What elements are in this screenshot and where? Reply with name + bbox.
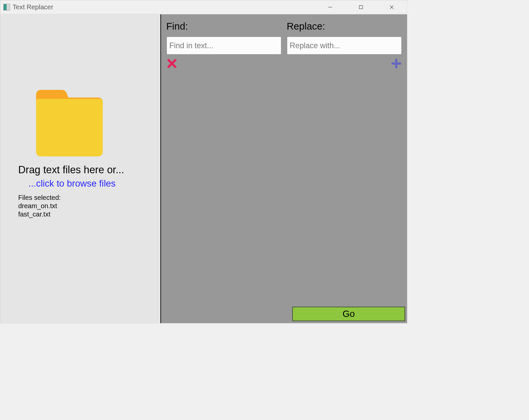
minimize-button[interactable] [315, 0, 345, 14]
replace-column-label: Replace: [287, 21, 402, 32]
add-row-icon[interactable] [391, 58, 402, 71]
replace-input[interactable] [287, 36, 402, 55]
files-selected-header: Files selected: [18, 194, 160, 202]
remove-row-icon[interactable] [167, 58, 177, 71]
selected-file: fast_car.txt [18, 210, 160, 218]
drag-files-label: Drag text files here or... [18, 164, 160, 176]
folder-icon [34, 87, 105, 157]
content-area: Drag text files here or... ...click to b… [0, 14, 407, 323]
find-input[interactable] [166, 36, 282, 55]
selected-file: dream_on.txt [18, 202, 160, 210]
svg-rect-1 [359, 6, 363, 9]
close-icon [389, 4, 395, 10]
replace-panel: Find: Replace: Go [161, 14, 407, 323]
minimize-icon [327, 4, 333, 10]
window-controls [315, 0, 407, 14]
app-window: Text Replacer Drag text files here or...… [0, 0, 407, 324]
drop-panel[interactable]: Drag text files here or... ...click to b… [0, 14, 161, 323]
row-action-icons [166, 58, 402, 71]
titlebar[interactable]: Text Replacer [0, 0, 407, 14]
column-labels: Find: Replace: [166, 21, 402, 32]
window-title: Text Replacer [13, 3, 53, 11]
app-icon [3, 4, 10, 11]
go-button[interactable]: Go [292, 307, 405, 321]
find-column-label: Find: [166, 21, 282, 32]
maximize-icon [358, 4, 364, 10]
close-button[interactable] [376, 0, 407, 14]
maximize-button[interactable] [346, 0, 376, 14]
browse-files-link[interactable]: ...click to browse files [28, 178, 115, 189]
replace-row [166, 36, 402, 55]
